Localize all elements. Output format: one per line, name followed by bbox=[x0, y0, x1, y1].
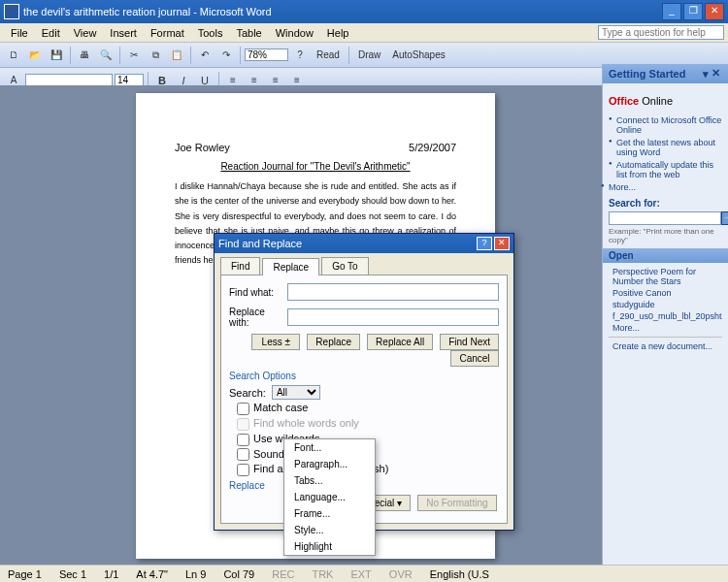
new-icon[interactable]: 🗋 bbox=[4, 46, 23, 65]
find-what-label: Find what: bbox=[229, 287, 287, 298]
match-case-checkbox[interactable] bbox=[237, 403, 249, 415]
tab-goto[interactable]: Go To bbox=[321, 257, 369, 275]
menu-window[interactable]: Window bbox=[269, 25, 320, 41]
menu-font[interactable]: Font... bbox=[284, 439, 375, 456]
dialog-title: Find and Replace bbox=[218, 238, 302, 249]
search-label: Search: bbox=[229, 387, 266, 399]
status-pages: 1/1 bbox=[100, 568, 122, 580]
replace-all-button[interactable]: Replace All bbox=[367, 334, 433, 350]
menu-frame[interactable]: Frame... bbox=[284, 505, 375, 522]
search-direction-select[interactable]: All bbox=[272, 385, 320, 400]
print-icon[interactable]: 🖶 bbox=[75, 46, 94, 65]
doc-title: Reaction Journal for "The Devil's Arithm… bbox=[175, 161, 456, 172]
menu-format[interactable]: Format bbox=[144, 25, 191, 41]
redo-icon[interactable]: ↷ bbox=[216, 46, 236, 65]
taskpane-title: Getting Started bbox=[609, 68, 685, 80]
read-button[interactable]: Read bbox=[312, 46, 345, 65]
autoshapes-button[interactable]: AutoShapes bbox=[387, 46, 450, 65]
word-forms-checkbox[interactable] bbox=[237, 464, 249, 476]
cancel-button[interactable]: Cancel bbox=[450, 350, 499, 367]
zoom-combo[interactable] bbox=[245, 48, 288, 61]
help-search-input[interactable] bbox=[598, 25, 724, 40]
draw-button[interactable]: Draw bbox=[353, 46, 385, 65]
status-at: At 4.7" bbox=[132, 568, 172, 580]
status-trk: TRK bbox=[308, 568, 337, 580]
menu-paragraph[interactable]: Paragraph... bbox=[284, 456, 375, 472]
file-link[interactable]: studyguide bbox=[612, 300, 722, 309]
more-files-link[interactable]: More... bbox=[612, 323, 722, 333]
status-rec: REC bbox=[268, 568, 298, 580]
search-for-label: Search for: bbox=[609, 198, 722, 209]
paste-icon[interactable]: 📋 bbox=[167, 46, 186, 65]
window-title: the devil's arithmetic reation journal -… bbox=[23, 6, 662, 17]
menu-tabs[interactable]: Tabs... bbox=[284, 472, 375, 489]
tab-find[interactable]: Find bbox=[220, 257, 260, 275]
menu-table[interactable]: Table bbox=[229, 25, 268, 41]
menu-language[interactable]: Language... bbox=[284, 489, 375, 505]
create-new-link[interactable]: Create a new document... bbox=[612, 341, 722, 351]
link-connect[interactable]: Connect to Microsoft Office Online bbox=[616, 115, 722, 135]
file-link[interactable]: Perspective Poem for Number the Stars bbox=[612, 267, 722, 286]
open-heading: Open bbox=[603, 248, 728, 263]
doc-date: 5/29/2007 bbox=[409, 142, 456, 153]
link-news[interactable]: Get the latest news about using Word bbox=[616, 138, 722, 157]
dialog-help-button[interactable]: ? bbox=[477, 237, 492, 250]
tab-replace[interactable]: Replace bbox=[262, 258, 319, 275]
replace-button[interactable]: Replace bbox=[307, 334, 360, 350]
replace-with-input[interactable] bbox=[287, 308, 499, 326]
close-button[interactable]: ✕ bbox=[705, 3, 724, 20]
preview-icon[interactable]: 🔍 bbox=[96, 46, 116, 65]
less-button[interactable]: Less ± bbox=[251, 334, 300, 350]
format-dropdown-menu: Font... Paragraph... Tabs... Language...… bbox=[283, 438, 376, 556]
whole-words-checkbox bbox=[237, 418, 249, 431]
find-what-input[interactable] bbox=[287, 283, 499, 301]
taskpane-close-icon[interactable]: ✕ bbox=[709, 67, 722, 81]
status-ln: Ln 9 bbox=[182, 568, 210, 580]
status-lang: English (U.S bbox=[426, 568, 493, 580]
menu-file[interactable]: File bbox=[4, 25, 35, 41]
sounds-like-checkbox[interactable] bbox=[237, 448, 249, 461]
copy-icon[interactable]: ⧉ bbox=[146, 46, 165, 65]
undo-icon[interactable]: ↶ bbox=[195, 46, 215, 65]
search-options-heading: Search Options bbox=[229, 371, 499, 381]
menu-insert[interactable]: Insert bbox=[103, 25, 144, 41]
cut-icon[interactable]: ✂ bbox=[124, 46, 144, 65]
office-online-logo: Office Online bbox=[609, 93, 722, 108]
doc-author: Joe Rowley bbox=[175, 142, 230, 153]
menu-view[interactable]: View bbox=[67, 25, 104, 41]
help-icon[interactable]: ? bbox=[290, 46, 310, 65]
search-example: Example: "Print more than one copy" bbox=[609, 227, 722, 244]
link-more[interactable]: More... bbox=[609, 182, 722, 192]
search-go-button[interactable]: → bbox=[721, 211, 728, 225]
menu-style[interactable]: Style... bbox=[284, 522, 375, 538]
replace-with-label: Replace with: bbox=[229, 307, 287, 328]
dialog-close-button[interactable]: ✕ bbox=[494, 237, 510, 250]
file-link[interactable]: f_290_us0_mulb_lbl_20psht bbox=[612, 311, 722, 321]
menu-help[interactable]: Help bbox=[320, 25, 356, 41]
word-icon bbox=[4, 4, 19, 19]
task-pane: Getting Started ▾ ✕ Office Online Connec… bbox=[602, 64, 728, 565]
menu-tools[interactable]: Tools bbox=[191, 25, 230, 41]
open-icon[interactable]: 📂 bbox=[25, 46, 45, 65]
status-sec: Sec 1 bbox=[55, 568, 90, 580]
minimize-button[interactable]: _ bbox=[662, 3, 681, 20]
no-formatting-button: No Formatting bbox=[417, 495, 496, 511]
link-update[interactable]: Automatically update this list from the … bbox=[616, 160, 722, 179]
save-icon[interactable]: 💾 bbox=[47, 46, 66, 65]
title-bar: the devil's arithmetic reation journal -… bbox=[0, 0, 728, 23]
menu-bar: File Edit View Insert Format Tools Table… bbox=[0, 23, 728, 43]
find-next-button[interactable]: Find Next bbox=[440, 334, 499, 350]
wildcards-checkbox[interactable] bbox=[237, 434, 249, 446]
status-col: Col 79 bbox=[219, 568, 258, 580]
status-page: Page 1 bbox=[4, 568, 46, 580]
status-bar: Page 1 Sec 1 1/1 At 4.7" Ln 9 Col 79 REC… bbox=[0, 565, 728, 582]
taskpane-search-input[interactable] bbox=[609, 211, 721, 225]
status-ext: EXT bbox=[347, 568, 375, 580]
status-ovr: OVR bbox=[385, 568, 416, 580]
menu-edit[interactable]: Edit bbox=[35, 25, 67, 41]
menu-highlight[interactable]: Highlight bbox=[284, 538, 375, 555]
restore-button[interactable]: ❐ bbox=[683, 3, 703, 20]
file-link[interactable]: Positive Canon bbox=[612, 288, 722, 298]
